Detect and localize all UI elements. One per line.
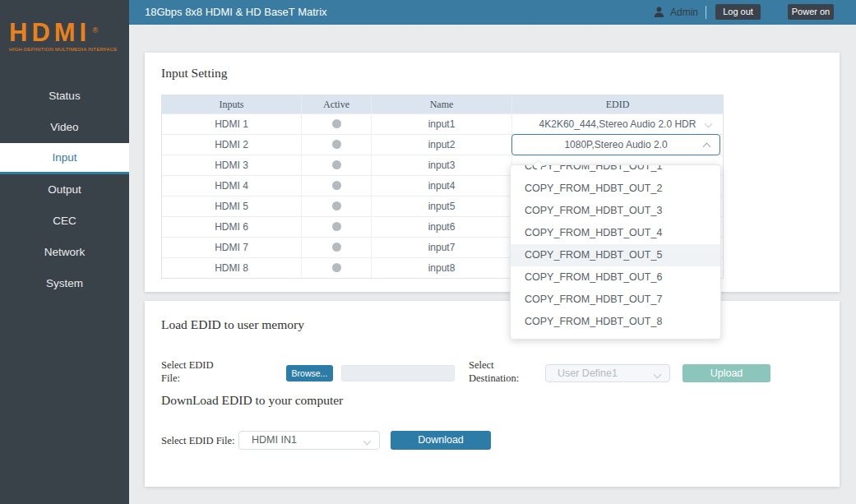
hdmi-logo-text: HDMI® xyxy=(9,22,90,44)
edid-card: Load EDID to user memory Select EDID Fil… xyxy=(145,301,840,487)
edid-select-value: 4K2K60_444,Stereo Audio 2.0 HDR xyxy=(539,118,696,130)
edid-option[interactable]: COPY_FROM_HDBT_OUT_2 xyxy=(511,178,720,200)
edid-option[interactable]: COPY_FROM_HDBT_OUT_7 xyxy=(511,289,720,311)
active-cell xyxy=(302,114,372,134)
input-port-label: HDMI 1 xyxy=(162,114,302,134)
edid-option[interactable]: COPY_FROM_HDBT_OUT_1 xyxy=(511,164,720,178)
topbar: 18Gbps 8x8 HDMI & HD BaseT Matrix Admin … xyxy=(129,0,856,25)
input-name: input8 xyxy=(372,258,512,278)
hdmi-logo-tagline: HIGH-DEFINITION MULTIMEDIA INTERFACE xyxy=(9,47,124,52)
input-setting-card: Input Setting InputsActiveNameEDID HDMI … xyxy=(145,53,840,292)
active-cell xyxy=(302,135,372,155)
user-icon xyxy=(654,7,664,18)
edid-cell[interactable]: 4K2K60_444,Stereo Audio 2.0 HDR xyxy=(512,114,723,134)
sidebar-item-video[interactable]: Video xyxy=(0,112,129,143)
input-setting-title: Input Setting xyxy=(161,66,228,81)
sidebar: HDMI® HIGH-DEFINITION MULTIMEDIA INTERFA… xyxy=(0,0,129,504)
input-port-label: HDMI 5 xyxy=(162,197,302,216)
destination-select[interactable]: User Define1 xyxy=(545,364,670,382)
input-port-label: HDMI 4 xyxy=(162,176,302,196)
chevron-up-icon xyxy=(703,143,711,151)
power-on-button[interactable]: Power on xyxy=(788,4,834,20)
active-cell xyxy=(302,155,372,175)
sidebar-item-status[interactable]: Status xyxy=(0,81,129,112)
browse-button[interactable]: Browse... xyxy=(286,365,333,381)
active-indicator-icon xyxy=(332,263,341,272)
edid-dropdown-list: COPY_FROM_HDBT_OUT_1COPY_FROM_HDBT_OUT_2… xyxy=(511,164,720,333)
topbar-divider xyxy=(706,6,706,19)
table-row: HDMI 1input14K2K60_444,Stereo Audio 2.0 … xyxy=(162,113,723,134)
column-header-active: Active xyxy=(302,95,372,113)
edid-option[interactable]: COPY_FROM_HDBT_OUT_6 xyxy=(511,266,720,289)
active-cell xyxy=(302,258,372,278)
download-select-edid-file-label: Select EDID File: xyxy=(161,434,235,447)
input-port-label: HDMI 6 xyxy=(162,217,302,237)
active-indicator-icon xyxy=(332,243,341,252)
column-header-inputs: Inputs xyxy=(162,95,302,113)
sidebar-item-input[interactable]: Input xyxy=(0,143,129,174)
input-table-header: InputsActiveNameEDID xyxy=(162,95,723,113)
input-name: input2 xyxy=(372,135,512,155)
download-button[interactable]: Download xyxy=(391,431,491,450)
sidebar-item-cec[interactable]: CEC xyxy=(0,206,129,237)
download-edid-title: DownLoad EDID to your computer xyxy=(161,393,343,408)
input-name: input5 xyxy=(372,197,512,216)
active-indicator-icon xyxy=(332,160,341,169)
active-indicator-icon xyxy=(332,201,341,210)
logout-button[interactable]: Log out xyxy=(715,4,761,20)
input-port-label: HDMI 2 xyxy=(162,135,302,155)
edid-file-select-value: HDMI IN1 xyxy=(252,434,297,446)
active-indicator-icon xyxy=(332,119,341,128)
destination-select-value: User Define1 xyxy=(558,368,618,379)
sidebar-item-output[interactable]: Output xyxy=(0,174,129,206)
sidebar-nav: StatusVideoInputOutputCECNetworkSystem xyxy=(0,81,129,299)
column-header-edid: EDID xyxy=(512,95,723,113)
edid-dropdown: COPY_FROM_HDBT_OUT_1COPY_FROM_HDBT_OUT_2… xyxy=(510,164,721,340)
edid-select-hdmi2-open[interactable]: 1080P,Stereo Audio 2.0 xyxy=(511,134,720,155)
active-cell xyxy=(302,197,372,216)
active-indicator-icon xyxy=(332,140,341,149)
edid-option[interactable]: COPY_FROM_HDBT_OUT_8 xyxy=(511,311,720,333)
edid-option[interactable]: COPY_FROM_HDBT_OUT_4 xyxy=(511,222,720,244)
hdmi-logo: HDMI® HIGH-DEFINITION MULTIMEDIA INTERFA… xyxy=(9,22,124,52)
active-indicator-icon xyxy=(332,222,341,231)
input-name: input1 xyxy=(372,114,512,134)
chevron-down-icon xyxy=(363,437,372,446)
input-name: input3 xyxy=(372,155,512,175)
input-name: input7 xyxy=(372,238,512,257)
input-port-label: HDMI 8 xyxy=(162,258,302,278)
active-cell xyxy=(302,176,372,196)
edid-file-select[interactable]: HDMI IN1 xyxy=(238,431,380,450)
page-title: 18Gbps 8x8 HDMI & HD BaseT Matrix xyxy=(145,0,327,25)
active-cell xyxy=(302,217,372,237)
column-header-name: Name xyxy=(372,95,512,113)
input-name: input4 xyxy=(372,176,512,196)
registered-mark: ® xyxy=(93,20,99,41)
input-port-label: HDMI 3 xyxy=(162,155,302,175)
active-cell xyxy=(302,238,372,257)
chevron-down-icon xyxy=(705,120,713,128)
select-destination-label: Select Destination: xyxy=(469,358,534,385)
input-name: input6 xyxy=(372,217,512,237)
sidebar-item-system[interactable]: System xyxy=(0,268,129,299)
input-port-label: HDMI 7 xyxy=(162,238,302,257)
edid-option[interactable]: COPY_FROM_HDBT_OUT_5 xyxy=(511,244,720,266)
select-edid-file-label: Select EDID File: xyxy=(161,358,220,385)
sidebar-item-network[interactable]: Network xyxy=(0,237,129,268)
edid-select-hdmi2-value: 1080P,Stereo Audio 2.0 xyxy=(564,139,667,150)
upload-button[interactable]: Upload xyxy=(682,364,770,382)
edid-file-input[interactable] xyxy=(341,365,455,381)
active-indicator-icon xyxy=(332,181,341,190)
admin-username[interactable]: Admin xyxy=(670,0,698,25)
load-edid-title: Load EDID to user memory xyxy=(161,317,304,332)
chevron-down-icon xyxy=(654,371,662,379)
edid-option[interactable]: COPY_FROM_HDBT_OUT_3 xyxy=(511,200,720,222)
